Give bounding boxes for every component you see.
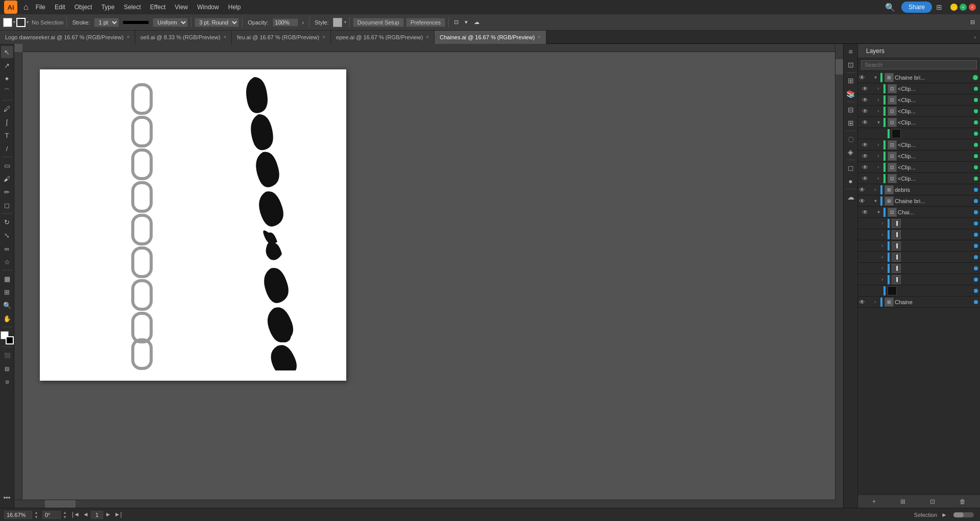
bar-chart-tool[interactable]: ▦	[1, 272, 13, 285]
layer-row-chaine-bottom[interactable]: 👁 › ⊞ Chaine	[858, 296, 980, 308]
menu-file[interactable]: File	[32, 3, 50, 12]
expand-icon[interactable]: ›	[877, 108, 883, 114]
scale-tool[interactable]: ⤡	[1, 229, 13, 241]
lasso-tool[interactable]: ⌒	[1, 86, 13, 98]
fill-color-swatch[interactable]	[3, 18, 12, 27]
visibility-icon[interactable]: 👁	[862, 164, 870, 171]
expand-icon[interactable]: ›	[881, 265, 888, 271]
layer-target-dot[interactable]	[974, 199, 978, 203]
share-button[interactable]: Share	[901, 2, 932, 13]
stroke-dropdown-arrow[interactable]: ▾	[27, 20, 29, 24]
text-tool[interactable]: T	[1, 129, 13, 141]
prev-page-btn[interactable]: ◄	[82, 511, 90, 519]
expand-icon[interactable]: ›	[877, 142, 883, 147]
align-panel-icon[interactable]: ⊟	[845, 104, 856, 115]
more-tools[interactable]: •••	[1, 491, 13, 506]
symbol-spray-tool[interactable]: ☆	[1, 256, 13, 268]
layer-row-clip-6[interactable]: 👁 › ⊡ <Clip...	[858, 151, 980, 162]
paintbrush-tool[interactable]: 🖌	[1, 172, 13, 185]
fill-dropdown-arrow[interactable]: ▾	[13, 20, 15, 24]
style-swatch[interactable]	[333, 18, 342, 27]
none-icon[interactable]: ⊘	[1, 376, 13, 388]
visibility-icon[interactable]: 👁	[859, 299, 867, 306]
menu-window[interactable]: Window	[193, 3, 223, 12]
expand-icon[interactable]: ▾	[874, 198, 880, 204]
line-tool[interactable]: /	[1, 142, 13, 155]
doc-setup-button[interactable]: Document Setup	[353, 18, 404, 27]
layer-row-chain-shape-3[interactable]: › ▐	[858, 240, 980, 252]
stroke-panel-icon[interactable]: ◻	[845, 162, 856, 173]
expand-icon[interactable]: ›	[881, 254, 888, 260]
layer-row-chain-shape-5[interactable]: › ▐	[858, 263, 980, 274]
color-icon[interactable]: ⬛	[1, 349, 13, 361]
layer-target-dot[interactable]	[974, 233, 978, 237]
layer-target-dot[interactable]	[974, 221, 978, 226]
layer-target-dot[interactable]	[974, 87, 978, 91]
layer-row-black-shape[interactable]	[858, 285, 980, 296]
visibility-icon[interactable]: 👁	[859, 186, 867, 193]
pencil-tool[interactable]: ✏	[1, 186, 13, 198]
tab-epee[interactable]: epee.ai @ 16.67 % (RGB/Preview) ×	[331, 31, 435, 44]
layers-panel-icon[interactable]: ≡	[845, 46, 856, 57]
stroke-color-swatch[interactable]	[16, 18, 26, 27]
angle-input[interactable]	[42, 511, 61, 519]
tab-close-logo[interactable]: ×	[127, 34, 130, 40]
artboard-tool[interactable]: ⊞	[1, 286, 13, 298]
magic-wand-tool[interactable]: ✦	[1, 72, 13, 85]
layer-target-dot[interactable]	[974, 165, 978, 169]
tab-feu[interactable]: feu.ai @ 16.67 % (RGB/Preview) ×	[232, 31, 331, 44]
visibility-icon[interactable]: 👁	[859, 197, 867, 205]
expand-icon[interactable]: ›	[874, 299, 880, 305]
visibility-icon[interactable]: 👁	[862, 119, 870, 126]
layer-row-chaine-bri-2[interactable]: 👁 ▾ ⊞ Chaine bri...	[858, 195, 980, 207]
menu-view[interactable]: View	[171, 3, 192, 12]
menu-effect[interactable]: Effect	[146, 3, 170, 12]
maximize-button[interactable]: +	[960, 4, 967, 11]
angle-arrows[interactable]: ▲▼	[63, 510, 67, 519]
tab-close-feu[interactable]: ×	[322, 34, 325, 40]
menu-help[interactable]: Help	[224, 3, 245, 12]
layer-row-clip-5[interactable]: 👁 › ⊡ <Clip...	[858, 139, 980, 151]
cc-libraries-icon[interactable]: ☁	[845, 191, 856, 203]
preferences-button[interactable]: Preferences	[406, 18, 445, 27]
appearance-panel-icon[interactable]: ◌	[845, 133, 856, 144]
layer-target-dot[interactable]	[974, 266, 978, 270]
layer-target-dot[interactable]	[974, 278, 978, 282]
search-icon[interactable]: 🔍	[883, 2, 897, 13]
tab-oeil[interactable]: oeil.ai @ 8.33 % (RGB/Preview) ×	[135, 31, 232, 44]
curvature-tool[interactable]: ∫	[1, 116, 13, 128]
menu-edit[interactable]: Edit	[51, 3, 69, 12]
zoom-tool[interactable]: 🔍	[1, 299, 13, 311]
layer-row-shape-1[interactable]	[858, 128, 980, 139]
opacity-arrow[interactable]: ›	[300, 18, 306, 27]
close-button[interactable]: ×	[969, 4, 976, 11]
layer-target-dot[interactable]	[974, 154, 978, 158]
layer-row-clip-2[interactable]: 👁 › ⊡ <Clip...	[858, 94, 980, 106]
layer-row-clip-8[interactable]: 👁 › ⊡ <Clip...	[858, 173, 980, 184]
layer-target-dot[interactable]	[974, 255, 978, 259]
tab-close-chaines[interactable]: ×	[538, 34, 541, 40]
layers-bottom-icon-4[interactable]: 🗑	[960, 498, 966, 505]
expand-icon[interactable]: ▾	[874, 75, 880, 80]
stroke-cap-dropdown[interactable]: 3 pt. Round	[195, 18, 239, 27]
direct-selection-tool[interactable]: ↗	[1, 59, 13, 71]
layers-bottom-icon-1[interactable]: +	[872, 498, 876, 505]
properties-panel-icon[interactable]: ⊞	[845, 75, 856, 86]
expand-icon[interactable]: ›	[877, 176, 883, 181]
layer-target-dot[interactable]	[974, 289, 978, 293]
canvas-area[interactable]	[14, 44, 843, 508]
layer-target-dot[interactable]	[974, 98, 978, 102]
transform-panel-icon[interactable]: ⊞	[845, 117, 856, 129]
layer-row-chai[interactable]: 👁 ▾ ⊡ Chai...	[858, 207, 980, 218]
color-panel-icon[interactable]: ●	[845, 176, 856, 187]
layer-target-dot[interactable]	[974, 132, 978, 136]
layers-tab-label[interactable]: Layers	[862, 46, 889, 56]
visibility-icon[interactable]: 👁	[862, 108, 870, 115]
layer-row-chain-shape-6[interactable]: › ▐	[858, 274, 980, 285]
status-play-btn[interactable]: ►	[941, 511, 947, 518]
page-input[interactable]	[91, 511, 103, 519]
tab-close-oeil[interactable]: ×	[223, 34, 226, 40]
expand-icon[interactable]: ›	[881, 277, 888, 282]
rotate-tool[interactable]: ↻	[1, 216, 13, 228]
minimize-button[interactable]: –	[950, 4, 958, 11]
